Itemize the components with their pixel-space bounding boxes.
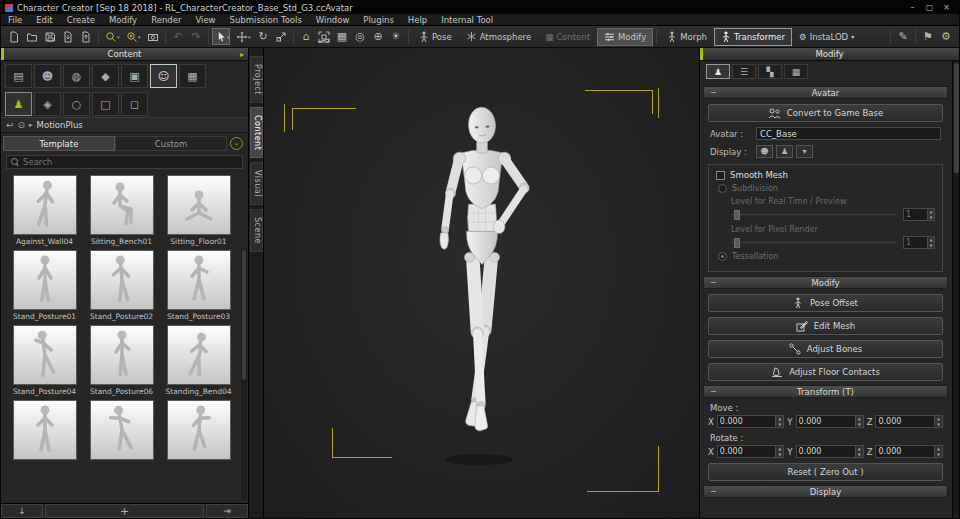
menu-create[interactable]: Create bbox=[60, 14, 102, 26]
home-view-icon[interactable]: ⌂ bbox=[297, 28, 315, 45]
move-y-input[interactable] bbox=[797, 416, 855, 427]
pose-thumbnail-image[interactable] bbox=[167, 175, 231, 235]
pose-item-stand-posture03[interactable]: Stand_Posture03 bbox=[161, 250, 236, 321]
tab-modify-icon[interactable]: ♟ bbox=[706, 64, 730, 79]
level-preview-slider-thumb[interactable] bbox=[734, 210, 740, 220]
move-x-spinbox[interactable]: ▲▼ bbox=[717, 415, 785, 428]
flag-tool-icon[interactable]: ⚑ bbox=[919, 28, 937, 45]
level-preview-slider[interactable] bbox=[731, 213, 897, 216]
scene-category-icon[interactable]: ▦ bbox=[179, 64, 206, 88]
rotate-y-spinbox[interactable]: ▲▼ bbox=[796, 445, 864, 458]
side-tab-visual[interactable]: Visual bbox=[250, 162, 263, 205]
pose-item-sitting-floor01[interactable]: Sitting_Floor01 bbox=[161, 175, 236, 246]
display-option-button-3[interactable]: ▾ bbox=[796, 145, 813, 158]
minimize-button[interactable]: – bbox=[904, 1, 921, 14]
pose-item-stand-posture06[interactable]: Stand_Posture06 bbox=[84, 325, 159, 396]
tessellation-radio[interactable] bbox=[718, 252, 727, 261]
hand-category-icon[interactable]: ○ bbox=[63, 92, 90, 116]
tab-material-icon[interactable]: ▚ bbox=[758, 64, 782, 79]
panel-header-arrow-icon[interactable]: ▸ bbox=[240, 48, 244, 61]
pose-item-against-wall04[interactable]: Against_Wall04 bbox=[7, 175, 82, 246]
rotate-z-spinbox[interactable]: ▲▼ bbox=[875, 445, 943, 458]
viewport[interactable] bbox=[264, 48, 699, 518]
pose-thumbnail-image[interactable] bbox=[90, 250, 154, 310]
redo-icon[interactable]: ↷ bbox=[187, 28, 205, 45]
display-option-button-1[interactable]: ☻ bbox=[756, 145, 773, 158]
rotate-x-input[interactable] bbox=[718, 446, 776, 457]
pose-item-stand-posture02[interactable]: Stand_Posture02 bbox=[84, 250, 159, 321]
level-preview-value[interactable] bbox=[904, 209, 927, 220]
collapse-panel-icon[interactable]: ⌄ bbox=[230, 137, 243, 150]
pin-icon[interactable]: ⊙ bbox=[18, 120, 26, 130]
collapse-icon[interactable]: − bbox=[710, 387, 717, 396]
add-content-button[interactable]: + bbox=[45, 504, 204, 518]
content-toggle-button[interactable]: ▦ Content bbox=[538, 28, 597, 46]
menu-view[interactable]: View bbox=[188, 14, 222, 26]
spin-down-icon[interactable]: ▼ bbox=[928, 243, 934, 249]
maximize-button[interactable]: ▢ bbox=[921, 1, 938, 14]
level-render-slider[interactable] bbox=[731, 241, 897, 244]
open-file-icon[interactable] bbox=[23, 28, 41, 45]
adjust-floor-contacts-button[interactable]: Adjust Floor Contacts bbox=[708, 363, 943, 381]
modify-panel-header[interactable]: Modify bbox=[700, 48, 959, 61]
morph-button[interactable]: Morph bbox=[660, 28, 714, 46]
spin-down-icon[interactable]: ▼ bbox=[776, 422, 783, 428]
light-icon[interactable]: ☀ bbox=[387, 28, 405, 45]
move-y-spinbox[interactable]: ▲▼ bbox=[796, 415, 864, 428]
pose-item-stand-posture01[interactable]: Stand_Posture01 bbox=[7, 250, 82, 321]
level-render-value[interactable] bbox=[904, 237, 927, 248]
cloth-category-icon[interactable]: ◆ bbox=[92, 64, 119, 88]
apply-content-button[interactable]: ⇥ bbox=[206, 504, 248, 518]
instalod-button[interactable]: ⚙ InstaLOD ▾ bbox=[792, 28, 861, 46]
rotate-tool-icon[interactable]: ↻ bbox=[254, 28, 272, 45]
menu-render[interactable]: Render bbox=[144, 14, 188, 26]
level-render-spinbox[interactable]: ▲▼ bbox=[903, 236, 935, 249]
section-header-modify[interactable]: − Modify bbox=[703, 276, 948, 289]
display-option-button-2[interactable]: ♟ bbox=[776, 145, 793, 158]
tab-custom[interactable]: Custom bbox=[115, 136, 227, 151]
edit-mesh-button[interactable]: Edit Mesh bbox=[708, 317, 943, 335]
subdivision-row[interactable]: Subdivision bbox=[718, 184, 935, 193]
menu-file[interactable]: File bbox=[1, 14, 29, 26]
pose-thumbnail-image[interactable] bbox=[90, 325, 154, 385]
avatar-category-icon[interactable]: ☺ bbox=[150, 64, 177, 88]
section-header-display[interactable]: − Display bbox=[703, 485, 948, 498]
focus-target-icon[interactable]: ◎ bbox=[351, 28, 369, 45]
move-z-input[interactable] bbox=[876, 416, 934, 427]
collapse-icon[interactable]: − bbox=[710, 88, 717, 97]
pose-item-sitting-bench01[interactable]: Sitting_Bench01 bbox=[84, 175, 159, 246]
content-panel-header[interactable]: Content ▸ bbox=[1, 48, 248, 61]
pose-item-standing-bend04[interactable]: Standing_Bend04 bbox=[161, 325, 236, 396]
download-content-button[interactable]: ↓ bbox=[1, 504, 43, 518]
pose-thumbnail-image[interactable] bbox=[90, 400, 154, 460]
spin-down-icon[interactable]: ▼ bbox=[928, 215, 934, 221]
content-scrollbar[interactable] bbox=[241, 248, 247, 500]
transformer-button[interactable]: Transformer bbox=[714, 28, 792, 46]
level-render-slider-thumb[interactable] bbox=[734, 238, 740, 248]
menu-window[interactable]: Window bbox=[309, 14, 357, 26]
modify-toggle-button[interactable]: Modify bbox=[597, 28, 653, 46]
level-preview-spinbox[interactable]: ▲▼ bbox=[903, 208, 935, 221]
pose-thumbnail-image[interactable] bbox=[13, 250, 77, 310]
content-scrollbar-thumb[interactable] bbox=[242, 250, 246, 380]
spin-down-icon[interactable]: ▼ bbox=[776, 452, 783, 458]
menu-modify[interactable]: Modify bbox=[102, 14, 144, 26]
new-project-icon[interactable] bbox=[5, 28, 23, 45]
spin-down-icon[interactable]: ▼ bbox=[935, 422, 942, 428]
pose-thumbnail-image[interactable] bbox=[167, 250, 231, 310]
subdivision-radio[interactable] bbox=[718, 184, 727, 193]
adjust-bones-button[interactable]: Adjust Bones bbox=[708, 340, 943, 358]
rotate-x-spinbox[interactable]: ▲▼ bbox=[717, 445, 785, 458]
close-button[interactable]: × bbox=[938, 1, 955, 14]
import-icon[interactable] bbox=[59, 28, 77, 45]
pose-thumbnail-image[interactable] bbox=[13, 175, 77, 235]
collapse-icon[interactable]: − bbox=[710, 487, 717, 496]
motion-category-icon[interactable]: ◈ bbox=[34, 92, 61, 116]
pose-offset-button[interactable]: Pose Offset bbox=[708, 294, 943, 312]
save-icon[interactable] bbox=[41, 28, 59, 45]
face-category-icon[interactable]: □ bbox=[92, 92, 119, 116]
actor-category-icon[interactable]: ☻ bbox=[34, 64, 61, 88]
tab-texture-icon[interactable]: ▦ bbox=[784, 64, 808, 79]
menu-help[interactable]: Help bbox=[401, 14, 434, 26]
spin-down-icon[interactable]: ▼ bbox=[856, 452, 863, 458]
